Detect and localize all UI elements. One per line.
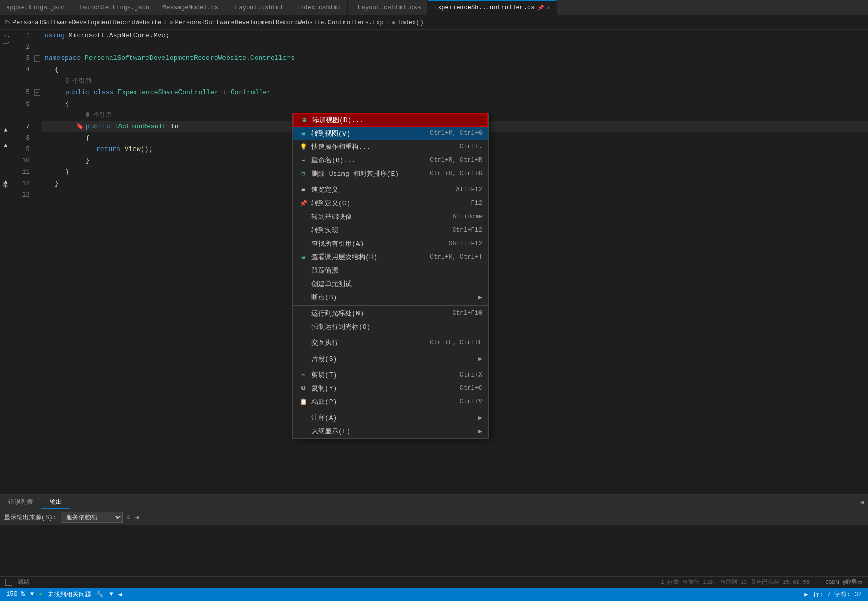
ctx-remove-using[interactable]: ⊟ 删除 Using 和对其排序(E) Ctrl+R, Ctrl+G [293, 167, 488, 181]
ctx-quick-action-shortcut: Ctrl+. [460, 143, 482, 151]
ctx-cut[interactable]: ✂ 剪切(T) Ctrl+X [293, 368, 488, 382]
ctx-rename[interactable]: ➡ 重命名(R)... Ctrl+R, Ctrl+R [293, 154, 488, 167]
ctx-remove-using-shortcut: Ctrl+R, Ctrl+G [430, 170, 482, 177]
ctx-goto-impl[interactable]: 转到实现 Ctrl+F12 [293, 223, 488, 237]
ctx-call-hier-shortcut: Ctrl+K, Ctrl+T [430, 253, 482, 261]
line-num-2: 2 [11, 41, 30, 53]
ctx-comment[interactable]: 注释(A) ▶ [293, 411, 488, 425]
bottom-info-bar: 就绪 1 行效 当前行 119, 当前列 13 又草已保存 15:09:56 C… [0, 576, 868, 588]
ctx-call-hier-label: 查看调用层次结构(H) [311, 252, 377, 262]
output-scroll-left-icon[interactable]: ◀ [860, 498, 864, 506]
output-content [0, 525, 868, 532]
ctx-goto-base-shortcut: Alt+Home [452, 213, 482, 220]
output-toolbar-icon1[interactable]: ⊖ [127, 513, 131, 521]
breadcrumb-bar: 🗁 PersonalSoftwareDevelopmentRecordWebsi… [0, 16, 868, 30]
breadcrumb-method[interactable]: Index() [397, 19, 423, 26]
output-tab-errors[interactable]: 错误列表 [0, 495, 41, 509]
checkbox-icon[interactable] [5, 579, 12, 586]
ctx-call-hier[interactable]: ⊞ 查看调用层次结构(H) Ctrl+K, Ctrl+T [293, 250, 488, 264]
ctx-snippet[interactable]: 片段(S) ▶ [293, 352, 488, 366]
bottom-info-detail: 1 行效 当前行 119, 当前列 13 又草已保存 15:09:56 [661, 578, 810, 586]
ctx-copy[interactable]: ⧉ 复制(Y) Ctrl+C [293, 382, 488, 395]
ctx-run-to-cursor-shortcut: Ctrl+F10 [452, 310, 482, 317]
tab-launchSettings[interactable]: launchSettings.json [72, 0, 156, 15]
tab-appsettings[interactable]: appsettings.json [0, 0, 72, 15]
ctx-interactive[interactable]: 交互执行 Ctrl+E, Ctrl+E [293, 336, 488, 350]
output-source-label: 显示输出来源(S): [4, 513, 56, 522]
status-bar: 150 % ▼ ● 未找到相关问题 🔧 ▼ ◀ ▶ 行: 7 字符: 32 [0, 588, 868, 601]
output-toolbar-icon2[interactable]: ◀ [135, 513, 139, 521]
tab-layoutcss[interactable]: _Layout.cshtml.css [348, 0, 428, 15]
line-num-10: 10 [11, 155, 30, 167]
status-wrench-icon[interactable]: 🔧 [96, 591, 104, 598]
status-dropdown2-icon[interactable]: ▼ [109, 591, 113, 598]
line-num-3: 3 [11, 53, 30, 64]
output-tab-output-label: 输出 [50, 498, 62, 506]
ctx-create-test[interactable]: 创建单元测试 [293, 277, 488, 291]
tab-index[interactable]: Index.cshtml [290, 0, 348, 15]
ctx-peek-def-shortcut: Alt+F12 [456, 186, 482, 193]
fold-7 [34, 121, 42, 132]
tab-messageModel-label: MessageModel.cs [162, 4, 218, 11]
status-zoom[interactable]: 150 % [6, 591, 25, 598]
line-num-8: 8 [11, 132, 30, 144]
fold-8 [34, 132, 42, 144]
tab-messageModel[interactable]: MessageModel.cs [156, 0, 225, 15]
fold-box-5[interactable]: − [34, 89, 40, 96]
ctx-track-value[interactable]: 跟踪值源 [293, 264, 488, 277]
output-tab-output[interactable]: 输出 [41, 495, 70, 509]
fold-7-ref [34, 110, 42, 121]
ctx-goto-base[interactable]: 转到基础映像 Alt+Home [293, 210, 488, 223]
ctx-add-view[interactable]: ⊞ 添加视图(D)... [293, 113, 488, 127]
ctx-goto-def-icon: 📌 [299, 199, 307, 207]
ctx-goto-def-shortcut: F12 [471, 200, 482, 207]
output-source-select[interactable]: 服务依赖项 [61, 512, 123, 523]
tab-experienceShare[interactable]: ExperienceSh...ontroller.cs 📌 ✕ [428, 0, 557, 15]
line-num-13: 13 [11, 189, 30, 201]
fold-5[interactable]: − [34, 87, 42, 98]
status-col: 字符: 32 [834, 591, 862, 598]
ctx-interactive-shortcut: Ctrl+E, Ctrl+E [430, 339, 482, 347]
ctx-breakpoint[interactable]: 断点(B) ▶ [293, 291, 488, 304]
status-zoom-dropdown-icon[interactable]: ▼ [30, 591, 34, 598]
ctx-breakpoint-arrow: ▶ [478, 293, 482, 302]
ctx-create-test-label: 创建单元测试 [311, 279, 352, 289]
tab-launchSettings-label: launchSettings.json [79, 4, 149, 11]
ctx-force-run-label: 强制运行到光标(O) [311, 322, 370, 332]
ctx-outline[interactable]: 大纲显示(L) ▶ [293, 425, 488, 438]
breadcrumb-namespace[interactable]: PersonalSoftwareDevelopmentRecordWebsite… [175, 19, 383, 26]
breadcrumb-project[interactable]: PersonalSoftwareDevelopmentRecordWebsite [12, 19, 161, 26]
status-scroll-right-icon[interactable]: ▶ [804, 591, 808, 598]
ctx-find-refs-icon [299, 239, 307, 248]
ctx-goto-view[interactable]: ⊞ 转到视图(V) Ctrl+M, Ctrl+G [293, 127, 488, 140]
ctx-run-to-cursor[interactable]: 运行到光标处(N) Ctrl+F10 [293, 307, 488, 320]
fold-13 [34, 189, 42, 201]
ctx-force-run[interactable]: 强制运行到光标(O) [293, 320, 488, 334]
ctx-outline-arrow: ▶ [478, 427, 482, 435]
ctx-peek-def-label: 速览定义 [311, 185, 338, 194]
ctx-rename-label: 重命名(R)... [311, 156, 356, 165]
ctx-outline-icon [299, 427, 307, 435]
tab-layout[interactable]: _Layout.cshtml [225, 0, 290, 15]
ctx-call-hier-icon: ⊞ [299, 253, 307, 261]
ctx-goto-view-label: 转到视图(V) [311, 129, 350, 138]
ctx-goto-def[interactable]: 📌 转到定义(G) F12 [293, 197, 488, 210]
ctx-paste[interactable]: 📋 粘贴(P) Ctrl+V [293, 395, 488, 409]
ctx-find-refs[interactable]: 查找所有引用(A) Shift+F12 [293, 237, 488, 250]
status-scroll-left-icon[interactable]: ◀ [118, 591, 122, 598]
extra-icon[interactable]: ▼ [2, 178, 9, 185]
bookmarks-icon[interactable]: { } [2, 34, 9, 46]
ctx-goto-impl-shortcut: Ctrl+F12 [452, 227, 482, 234]
snap2-icon[interactable]: ▼ [2, 142, 9, 149]
fold-3[interactable]: − [34, 53, 42, 64]
fold-4 [34, 64, 42, 76]
snap-icon[interactable]: ▼ [2, 126, 9, 133]
ctx-peek-def-icon: ≡ [299, 186, 307, 194]
ctx-find-refs-shortcut: Shift+F12 [448, 240, 482, 247]
ctx-peek-def[interactable]: ≡ 速览定义 Alt+F12 [293, 183, 488, 197]
breadcrumb-folder-icon: 🗁 [4, 19, 10, 26]
tab-close-icon[interactable]: ✕ [547, 5, 550, 11]
fold-box-3[interactable]: − [34, 55, 40, 62]
ctx-quick-action[interactable]: 💡 快速操作和重构... Ctrl+. [293, 140, 488, 154]
line-num-6: 6 [11, 98, 30, 110]
